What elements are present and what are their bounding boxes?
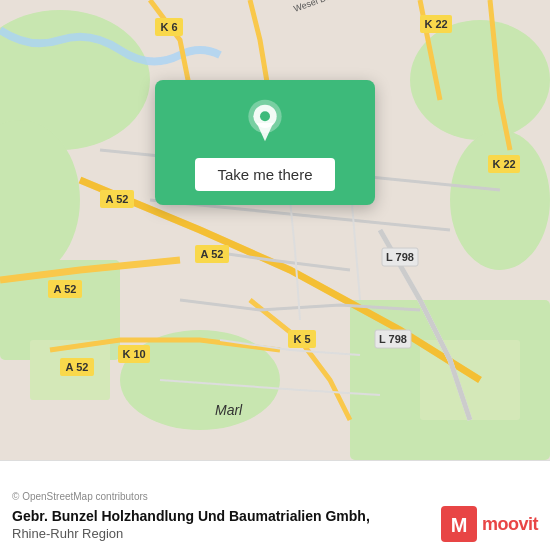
location-pin-icon — [240, 98, 290, 148]
business-row: Gebr. Bunzel Holzhandlung Und Baumatrial… — [12, 506, 538, 542]
svg-marker-39 — [257, 123, 274, 141]
map-container: Marl K 6 K 6 A 52 A 52 A 52 A 52 K 22 K … — [0, 0, 550, 460]
business-info: Gebr. Bunzel Holzhandlung Und Baumatrial… — [12, 507, 431, 540]
svg-text:K 5: K 5 — [293, 333, 310, 345]
svg-text:K 22: K 22 — [492, 158, 515, 170]
take-me-there-button[interactable]: Take me there — [195, 158, 334, 191]
moovit-icon: M — [441, 506, 477, 542]
svg-text:A 52: A 52 — [201, 248, 224, 260]
svg-point-4 — [410, 20, 550, 140]
svg-point-5 — [450, 130, 550, 270]
svg-text:A 52: A 52 — [106, 193, 129, 205]
svg-text:L 798: L 798 — [386, 251, 414, 263]
svg-text:K 10: K 10 — [122, 348, 145, 360]
svg-text:A 52: A 52 — [66, 361, 89, 373]
map-svg: Marl K 6 K 6 A 52 A 52 A 52 A 52 K 22 K … — [0, 0, 550, 460]
svg-text:Marl: Marl — [215, 402, 243, 418]
svg-text:A 52: A 52 — [54, 283, 77, 295]
business-name: Gebr. Bunzel Holzhandlung Und Baumatrial… — [12, 507, 431, 525]
attribution: © OpenStreetMap contributors — [12, 491, 538, 502]
svg-point-38 — [260, 111, 270, 121]
svg-text:K 22: K 22 — [424, 18, 447, 30]
attribution-text: © OpenStreetMap contributors — [12, 491, 148, 502]
svg-text:L 798: L 798 — [379, 333, 407, 345]
svg-text:K 6: K 6 — [160, 21, 177, 33]
svg-text:M: M — [451, 514, 468, 536]
business-region: Rhine-Ruhr Region — [12, 526, 431, 541]
location-card: Take me there — [155, 80, 375, 205]
bottom-bar: © OpenStreetMap contributors Gebr. Bunze… — [0, 460, 550, 550]
moovit-text: moovit — [482, 514, 538, 535]
moovit-logo: M moovit — [441, 506, 538, 542]
